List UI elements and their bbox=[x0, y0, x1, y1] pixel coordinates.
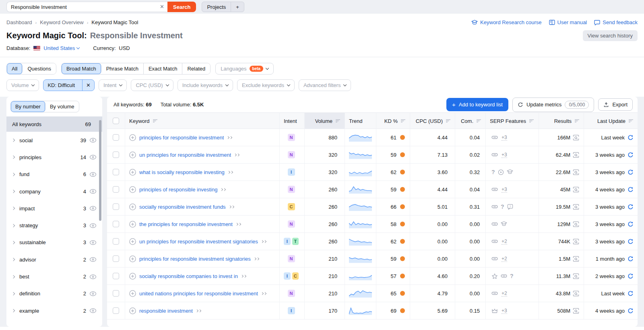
match-tab-all[interactable]: All bbox=[7, 63, 23, 74]
expand-keyword-icon[interactable] bbox=[229, 206, 234, 208]
serp-preview-icon[interactable] bbox=[573, 239, 580, 245]
serp-preview-icon[interactable] bbox=[573, 221, 580, 227]
serp-more-features[interactable]: +2 bbox=[502, 256, 507, 262]
expand-keyword-icon[interactable] bbox=[236, 223, 241, 225]
eye-icon[interactable] bbox=[89, 274, 97, 279]
serp-more-features[interactable]: +2 bbox=[502, 291, 507, 297]
send-feedback-link[interactable]: Send feedback bbox=[594, 19, 638, 25]
row-checkbox[interactable] bbox=[113, 255, 119, 262]
sidebar-group-fund[interactable]: fund 6 bbox=[6, 166, 102, 183]
clear-search-icon[interactable]: ✕ bbox=[160, 4, 164, 10]
expand-keyword-icon[interactable] bbox=[261, 241, 266, 243]
keyword-link[interactable]: principles of responsible investing bbox=[139, 187, 217, 193]
match-tab-questions[interactable]: Questions bbox=[23, 63, 56, 74]
projects-button[interactable]: Projects bbox=[202, 2, 231, 12]
export-button[interactable]: Export bbox=[598, 98, 633, 111]
refresh-icon[interactable] bbox=[627, 221, 634, 227]
refresh-icon[interactable] bbox=[627, 239, 634, 245]
eye-icon[interactable] bbox=[89, 189, 97, 194]
column-header-last-update[interactable]: Last Update bbox=[584, 113, 638, 129]
row-checkbox[interactable] bbox=[113, 290, 119, 297]
serp-preview-icon[interactable] bbox=[573, 308, 580, 314]
sidebar-group-impact[interactable]: impact 3 bbox=[6, 200, 102, 217]
eye-icon[interactable] bbox=[89, 172, 97, 177]
column-header-volume[interactable]: Volume bbox=[304, 113, 345, 129]
refresh-icon[interactable] bbox=[627, 135, 634, 141]
keyword-link[interactable]: socially responsible companies to invest… bbox=[139, 273, 238, 279]
keyword-link[interactable]: what is socially responsible investing bbox=[139, 169, 225, 175]
serp-more-features[interactable]: +3 bbox=[502, 135, 507, 141]
add-keyword-icon[interactable] bbox=[129, 238, 136, 245]
refresh-icon[interactable] bbox=[627, 187, 634, 193]
sidebar-group-sustainable[interactable]: sustainable 3 bbox=[6, 234, 102, 251]
row-checkbox[interactable] bbox=[113, 186, 119, 193]
refresh-icon[interactable] bbox=[627, 308, 634, 314]
row-checkbox[interactable] bbox=[113, 221, 119, 227]
breadcrumb-keyword-overview[interactable]: Keyword Overview bbox=[40, 19, 83, 25]
keyword-link[interactable]: responsible investment bbox=[139, 308, 193, 314]
expand-keyword-icon[interactable] bbox=[234, 154, 239, 156]
expand-keyword-icon[interactable] bbox=[254, 258, 259, 260]
serp-preview-icon[interactable] bbox=[573, 256, 580, 262]
serp-preview-icon[interactable] bbox=[573, 152, 580, 158]
row-checkbox[interactable] bbox=[113, 273, 119, 279]
refresh-icon[interactable] bbox=[627, 152, 634, 158]
add-keyword-icon[interactable] bbox=[129, 221, 136, 228]
serp-preview-icon[interactable] bbox=[573, 204, 580, 210]
row-checkbox[interactable] bbox=[113, 238, 119, 245]
sidebar-group-advisor[interactable]: advisor 2 bbox=[6, 251, 102, 268]
filter-kd-difficult[interactable]: KD: Difficult✕ bbox=[43, 79, 95, 91]
serp-more-features[interactable]: +3 bbox=[502, 187, 507, 193]
row-checkbox[interactable] bbox=[113, 307, 119, 314]
keyword-link[interactable]: principles for responsible investment si… bbox=[139, 256, 251, 262]
search-input[interactable] bbox=[6, 2, 167, 12]
eye-icon[interactable] bbox=[89, 138, 97, 143]
search-button[interactable]: Search bbox=[167, 2, 196, 12]
serp-preview-icon[interactable] bbox=[573, 135, 580, 141]
database-select[interactable]: United States bbox=[43, 45, 79, 51]
sidebar-group-definition[interactable]: definition 2 bbox=[6, 285, 102, 302]
row-checkbox[interactable] bbox=[113, 152, 119, 158]
keyword-link[interactable]: principles for responsible investment bbox=[139, 135, 224, 141]
eye-icon[interactable] bbox=[89, 240, 97, 245]
filter-advanced-filters[interactable]: Advanced filters bbox=[299, 79, 351, 91]
column-header-serp-features[interactable]: SERP Features bbox=[485, 113, 539, 129]
keyword-link[interactable]: socially responsible investment funds bbox=[139, 204, 226, 210]
refresh-icon[interactable] bbox=[627, 169, 634, 175]
sidebar-group-strategy[interactable]: strategy 3 bbox=[6, 217, 102, 234]
add-keyword-icon[interactable] bbox=[129, 255, 136, 262]
languages-dropdown[interactable]: Languages beta bbox=[215, 63, 274, 75]
eye-icon[interactable] bbox=[89, 223, 97, 228]
add-keyword-icon[interactable] bbox=[129, 290, 136, 297]
sidebar-tab-by-volume[interactable]: By volume bbox=[45, 101, 79, 112]
keyword-link[interactable]: united nations principles for responsibl… bbox=[139, 291, 258, 297]
sidebar-scrollbar[interactable] bbox=[99, 120, 101, 221]
all-keywords-row[interactable]: All keywords 69 bbox=[6, 116, 102, 132]
keyword-research-course-link[interactable]: Keyword Research course bbox=[471, 19, 541, 25]
row-checkbox[interactable] bbox=[113, 203, 119, 210]
filter-include-keywords[interactable]: Include keywords bbox=[178, 79, 233, 91]
expand-keyword-icon[interactable] bbox=[241, 275, 246, 277]
add-keyword-icon[interactable] bbox=[129, 152, 136, 158]
filter-volume[interactable]: Volume bbox=[6, 79, 39, 91]
filter-intent[interactable]: Intent bbox=[99, 79, 127, 91]
match-tab-exact-match[interactable]: Exact Match bbox=[144, 63, 183, 74]
column-header-cpc-usd-[interactable]: CPC (USD) bbox=[410, 113, 455, 129]
add-project-button[interactable]: + bbox=[231, 2, 244, 12]
filter-exclude-keywords[interactable]: Exclude keywords bbox=[237, 79, 295, 91]
column-header-com-[interactable]: Com. bbox=[455, 113, 485, 129]
serp-preview-icon[interactable] bbox=[573, 187, 580, 193]
expand-keyword-icon[interactable] bbox=[196, 310, 201, 312]
eye-icon[interactable] bbox=[89, 291, 97, 296]
refresh-icon[interactable] bbox=[627, 204, 634, 210]
refresh-icon[interactable] bbox=[627, 256, 634, 262]
add-keyword-icon[interactable] bbox=[129, 307, 136, 314]
column-header-results[interactable]: Results bbox=[539, 113, 584, 129]
add-keyword-icon[interactable] bbox=[129, 273, 136, 280]
filter-cpc-usd-[interactable]: CPC (USD) bbox=[131, 79, 173, 91]
row-checkbox[interactable] bbox=[113, 134, 119, 141]
sidebar-group-social[interactable]: social 39 bbox=[6, 132, 102, 149]
eye-icon[interactable] bbox=[89, 257, 97, 262]
match-tab-broad-match[interactable]: Broad Match bbox=[62, 63, 101, 74]
expand-keyword-icon[interactable] bbox=[227, 137, 232, 139]
